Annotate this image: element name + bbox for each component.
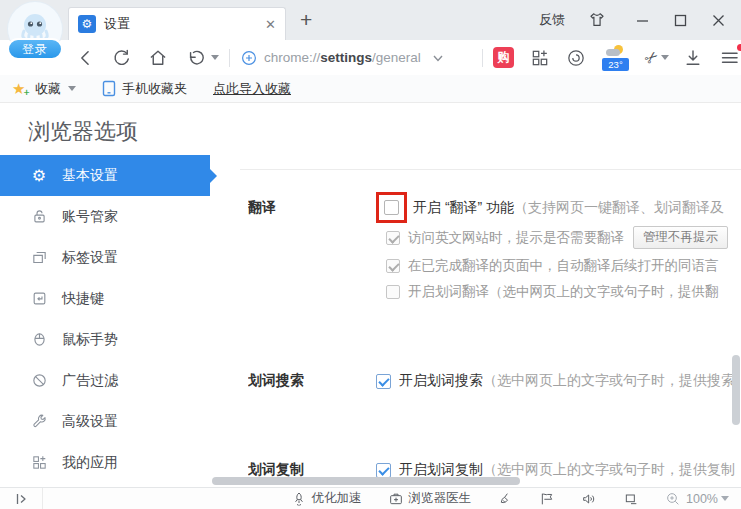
section-divider xyxy=(240,169,741,170)
window-restore-icon xyxy=(623,491,639,507)
tabs-icon xyxy=(30,249,48,267)
weather-widget[interactable]: 23° xyxy=(602,45,629,71)
gear-icon: ⚙ xyxy=(30,167,48,185)
translate-sub-row-3: 开启划词翻译（选中网页上的文字或句子时，提供翻 xyxy=(386,282,741,302)
home-icon[interactable] xyxy=(148,48,168,68)
url-text[interactable]: chrome://settings/general xyxy=(264,50,421,65)
minimize-button[interactable] xyxy=(631,10,653,30)
apps-grid-icon[interactable] xyxy=(530,48,550,68)
translate-enable-checkbox[interactable] xyxy=(384,200,399,215)
auto-translate-label: 在已完成翻译的页面中，自动翻译后续打开的同语言 xyxy=(408,257,719,275)
skin-tshirt-icon[interactable] xyxy=(587,10,607,30)
word-copy-hint: （选中网页上的文字或句子时，提供复制 xyxy=(483,461,735,479)
favorites-menu[interactable]: ★ ＋ 收藏 xyxy=(12,80,76,98)
tab-title: 设置 xyxy=(104,15,265,33)
browser-doctor-button[interactable]: 浏览器医生 xyxy=(388,490,472,507)
tab-settings[interactable]: ⚙ 设置 ✕ xyxy=(68,7,286,40)
screenshot-scissors-icon[interactable]: ✂ xyxy=(640,46,662,69)
mobile-favorites-label: 手机收藏夹 xyxy=(122,80,187,98)
divider xyxy=(229,49,230,67)
sidebar-item-my-apps[interactable]: 我的应用 xyxy=(0,442,210,483)
shopping-icon[interactable]: 购 xyxy=(493,47,514,68)
word-search-hint: （选中网页上的文字或句子时，提供搜索 xyxy=(483,372,735,390)
lock-icon xyxy=(30,208,48,226)
word-search-row: 划词搜索 开启划词搜索 （选中网页上的文字或句子时，提供搜索 xyxy=(248,371,741,391)
prompt-translate-checkbox[interactable] xyxy=(386,231,400,245)
notification-dot xyxy=(737,44,741,51)
refresh-icon[interactable] xyxy=(112,48,132,68)
undo-icon[interactable] xyxy=(184,48,208,68)
settings-sidebar: ⚙ 基本设置 账号管家 标签设置 快捷键 xyxy=(0,155,210,487)
phone-icon xyxy=(102,80,116,97)
horizontal-scrollbar[interactable] xyxy=(212,477,520,485)
translate-enable-label: 开启 “翻译” 功能 xyxy=(413,199,514,217)
sidebar-item-tab-settings[interactable]: 标签设置 xyxy=(0,237,210,278)
zoom-control[interactable]: 100% xyxy=(665,491,729,507)
address-bar[interactable]: chrome://settings/general xyxy=(240,49,472,67)
sidebar-item-advanced-settings[interactable]: 高级设置 xyxy=(0,401,210,442)
page-fullscreen-button[interactable] xyxy=(623,491,639,507)
sidebar-item-basic-settings[interactable]: ⚙ 基本设置 xyxy=(0,155,210,196)
translate-sub-row-1: 访问英文网站时，提示是否需要翻译 管理不再提示 xyxy=(386,225,741,250)
word-translate-checkbox[interactable] xyxy=(386,285,400,299)
sidebar-item-account-manager[interactable]: 账号管家 xyxy=(0,196,210,237)
speed-boost-button[interactable]: 优化加速 xyxy=(291,490,362,507)
auto-translate-checkbox[interactable] xyxy=(386,259,400,273)
user-area: 登录 xyxy=(6,2,66,66)
favorites-label: 收藏 xyxy=(35,80,61,98)
word-copy-checkbox[interactable] xyxy=(376,463,391,478)
settings-content: 翻译 开启 “翻译” 功能 （支持网页一键翻译、划词翻译及 访问英文网站时，提示… xyxy=(210,155,741,487)
translate-enable-hint: （支持网页一键翻译、划词翻译及 xyxy=(514,199,724,217)
zoom-in-magnifier-icon xyxy=(665,491,681,507)
prompt-translate-label: 访问英文网站时，提示是否需要翻译 xyxy=(408,229,624,247)
mobile-favorites[interactable]: 手机收藏夹 xyxy=(102,80,187,98)
zoom-caret xyxy=(721,496,729,501)
sidebar-expand-icon[interactable] xyxy=(14,491,30,507)
main-menu-button[interactable] xyxy=(719,47,741,69)
url-scheme: chrome:// xyxy=(264,50,320,65)
url-dropdown-chevron-icon[interactable] xyxy=(431,51,445,65)
mute-button[interactable] xyxy=(581,491,597,507)
hotkey-icon xyxy=(30,290,48,308)
sidebar-item-hotkeys[interactable]: 快捷键 xyxy=(0,278,210,319)
login-button[interactable]: 登录 xyxy=(7,38,63,60)
highlight-red-box xyxy=(376,192,407,223)
status-bar: 优化加速 浏览器医生 xyxy=(0,487,741,509)
page-header: 浏览器选项 xyxy=(0,103,741,155)
mouse-icon xyxy=(30,331,48,349)
report-flag-button[interactable] xyxy=(539,491,555,507)
download-icon[interactable] xyxy=(683,48,703,68)
zoom-level-value: 100% xyxy=(686,492,718,506)
clean-traces-button[interactable] xyxy=(497,491,513,507)
translate-sub-row-2: 在已完成翻译的页面中，自动翻译后续打开的同语言 xyxy=(386,256,741,276)
block-icon xyxy=(30,372,48,390)
tab-close-icon[interactable]: ✕ xyxy=(265,17,276,32)
maximize-button[interactable] xyxy=(669,10,691,30)
titlebar: ⚙ 设置 ✕ + 反馈 xyxy=(0,0,741,40)
new-tab-button[interactable]: + xyxy=(300,8,312,32)
feedback-link[interactable]: 反馈 xyxy=(539,11,565,29)
import-bookmarks-link[interactable]: 点此导入收藏 xyxy=(213,80,291,98)
divider xyxy=(42,488,43,509)
vertical-scrollbar[interactable] xyxy=(732,355,740,425)
shield-plus-icon xyxy=(240,49,258,67)
spiral-circle-icon[interactable] xyxy=(566,48,586,68)
url-path: /general xyxy=(372,50,421,65)
sidebar-item-mouse-gestures[interactable]: 鼠标手势 xyxy=(0,319,210,360)
undo-dropdown-caret[interactable] xyxy=(211,55,219,60)
broom-icon xyxy=(497,491,513,507)
speaker-icon xyxy=(581,491,597,507)
browser-window: ⚙ 设置 ✕ + 反馈 xyxy=(0,0,741,509)
word-search-checkbox[interactable] xyxy=(376,374,391,389)
speed-boost-label: 优化加速 xyxy=(312,490,362,507)
close-button[interactable] xyxy=(707,10,729,30)
flag-icon xyxy=(539,491,555,507)
translate-section-row: 翻译 开启 “翻译” 功能 （支持网页一键翻译、划词翻译及 xyxy=(248,192,741,223)
back-icon[interactable] xyxy=(76,48,96,68)
sidebar-item-ad-filter[interactable]: 广告过滤 xyxy=(0,360,210,401)
favorites-caret xyxy=(68,86,76,91)
manage-no-prompt-button[interactable]: 管理不再提示 xyxy=(633,226,728,249)
wrench-icon xyxy=(30,413,48,431)
bookmarks-bar: ★ ＋ 收藏 手机收藏夹 点此导入收藏 xyxy=(0,75,741,103)
toolbar: chrome://settings/general 购 23° ✂ xyxy=(0,40,741,75)
